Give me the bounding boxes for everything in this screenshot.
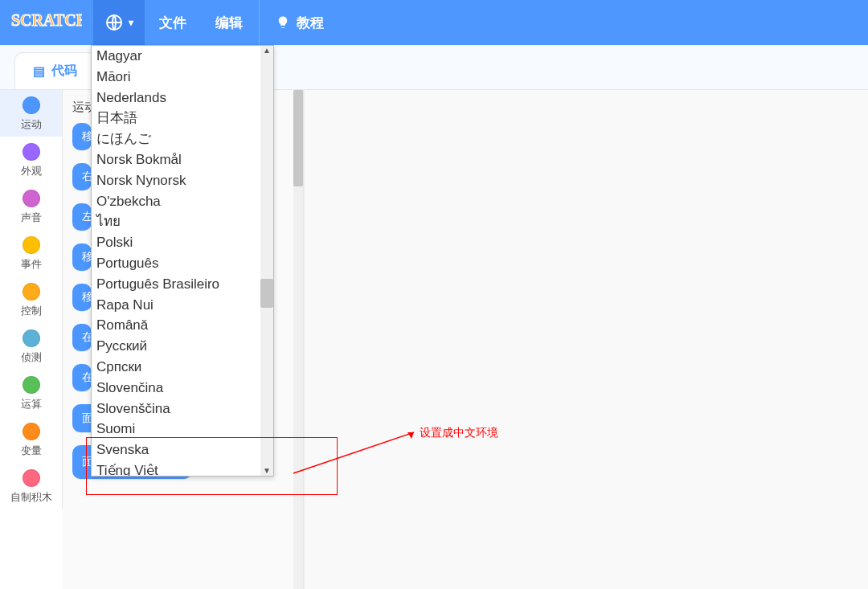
language-item[interactable]: にほんご: [92, 129, 273, 149]
scroll-up-icon[interactable]: ▲: [262, 46, 272, 55]
file-menu[interactable]: 文件: [145, 0, 201, 45]
block-goto-xy[interactable]: 移到: [72, 284, 92, 311]
code-icon: ▤: [33, 63, 45, 79]
language-item[interactable]: ไทย: [92, 211, 273, 232]
tab-code[interactable]: ▤ 代码: [14, 52, 96, 89]
language-dropdown: MagyarMāoriNederlands日本語にほんごNorsk Bokmål…: [91, 45, 274, 477]
category-label: 事件: [0, 257, 62, 272]
dropdown-scrollbar-thumb[interactable]: [260, 279, 273, 308]
language-item[interactable]: O'zbekcha: [92, 191, 273, 212]
svg-text:SCRATCH: SCRATCH: [11, 11, 82, 29]
category-dot: [23, 283, 40, 301]
category-item[interactable]: 事件: [0, 230, 62, 276]
category-label: 自制积木: [0, 490, 62, 505]
lightbulb-icon: [276, 15, 290, 30]
scratch-logo[interactable]: SCRATCH: [11, 10, 82, 36]
language-item[interactable]: Magyar: [92, 46, 273, 67]
category-dot: [23, 469, 40, 487]
globe-icon: [104, 13, 124, 32]
language-menu[interactable]: ▾: [93, 0, 145, 45]
tab-code-label: 代码: [51, 63, 77, 80]
language-item[interactable]: Српски: [92, 357, 273, 378]
category-item[interactable]: 变量: [0, 416, 62, 463]
language-item[interactable]: Māori: [92, 67, 273, 88]
category-dot: [23, 143, 40, 161]
language-item[interactable]: Norsk Nynorsk: [92, 170, 273, 191]
block-glide-rand[interactable]: 在: [72, 364, 92, 391]
category-label: 侦测: [0, 350, 62, 365]
menubar: SCRATCH ▾ 文件 编辑 教程: [0, 0, 868, 45]
language-item[interactable]: Русский: [92, 336, 273, 357]
category-item[interactable]: 外观: [0, 137, 62, 183]
block-goto[interactable]: 移到: [72, 243, 92, 271]
language-item[interactable]: Slovenčina: [92, 378, 273, 399]
category-dot: [23, 376, 40, 394]
edit-menu[interactable]: 编辑: [201, 0, 257, 45]
category-label: 控制: [0, 304, 62, 318]
annotation-text: 设置成中文环境: [420, 426, 498, 440]
menu-divider: [259, 0, 260, 45]
category-item[interactable]: 运动: [0, 90, 62, 137]
category-dot: [23, 329, 40, 347]
tutorials-menu[interactable]: 教程: [261, 0, 338, 45]
category-label: 运动: [0, 117, 62, 132]
category-dot: [23, 96, 40, 114]
caret-down-icon: ▾: [129, 17, 133, 28]
language-item[interactable]: Rapa Nui: [92, 295, 273, 316]
language-item[interactable]: Português: [92, 253, 273, 274]
category-label: 外观: [0, 164, 62, 178]
dropdown-scrollbar-track[interactable]: [260, 46, 273, 476]
language-item[interactable]: Slovenščina: [92, 399, 273, 419]
tutorials-label: 教程: [297, 14, 324, 32]
category-item[interactable]: 侦测: [0, 323, 62, 370]
svg-line-2: [293, 432, 414, 473]
svg-marker-3: [407, 432, 414, 439]
block-glide[interactable]: 在: [72, 324, 92, 351]
language-list: MagyarMāoriNederlands日本語にほんごNorsk Bokmål…: [92, 46, 273, 476]
category-item[interactable]: 自制积木: [0, 463, 62, 509]
workspace[interactable]: [304, 45, 868, 589]
block-move[interactable]: 移动: [72, 123, 92, 150]
category-rail-wrap: 运动外观声音事件控制侦测运算变量自制积木: [0, 45, 63, 589]
category-dot: [23, 236, 40, 254]
language-item[interactable]: Nederlands: [92, 88, 273, 108]
annotation-arrow: [289, 429, 418, 477]
language-item[interactable]: 日本語: [92, 108, 273, 129]
category-rail: 运动外观声音事件控制侦测运算变量自制积木: [0, 90, 63, 509]
category-dot: [23, 423, 40, 440]
block-turn-right[interactable]: 右转: [72, 163, 92, 190]
block-turn-left[interactable]: 左转: [72, 203, 92, 231]
category-label: 运算: [0, 397, 62, 411]
category-item[interactable]: 声音: [0, 183, 62, 230]
language-item[interactable]: Română: [92, 315, 273, 336]
category-label: 变量: [0, 444, 62, 458]
language-item[interactable]: Polski: [92, 232, 273, 253]
palette-scrollbar-thumb[interactable]: [293, 90, 303, 186]
category-label: 声音: [0, 211, 62, 225]
language-item[interactable]: Norsk Bokmål: [92, 149, 273, 170]
category-item[interactable]: 控制: [0, 276, 62, 323]
category-item[interactable]: 运算: [0, 370, 62, 416]
category-dot: [23, 190, 40, 207]
language-item[interactable]: Português Brasileiro: [92, 274, 273, 295]
